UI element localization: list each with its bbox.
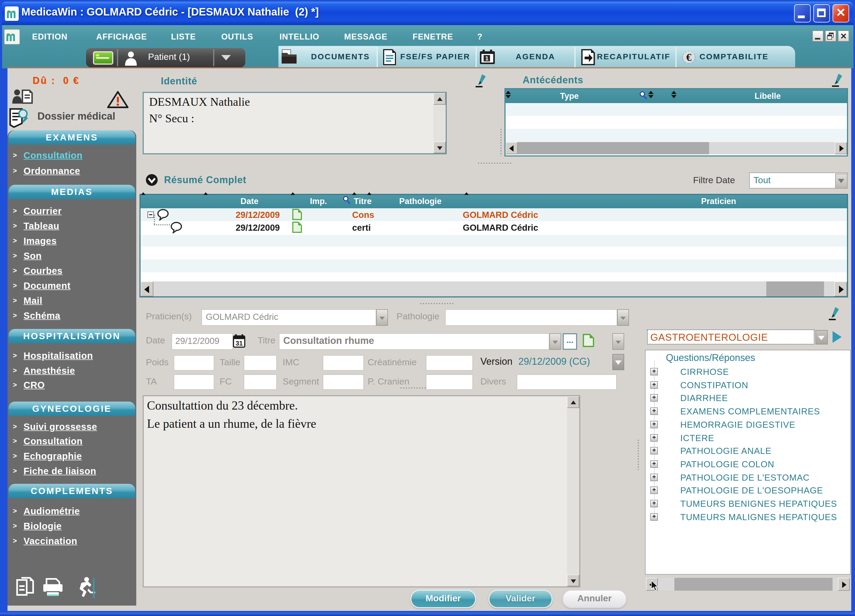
svg-text:1: 1 [485, 55, 489, 62]
svg-text:€: € [686, 51, 691, 63]
svg-text:31: 31 [236, 339, 243, 347]
